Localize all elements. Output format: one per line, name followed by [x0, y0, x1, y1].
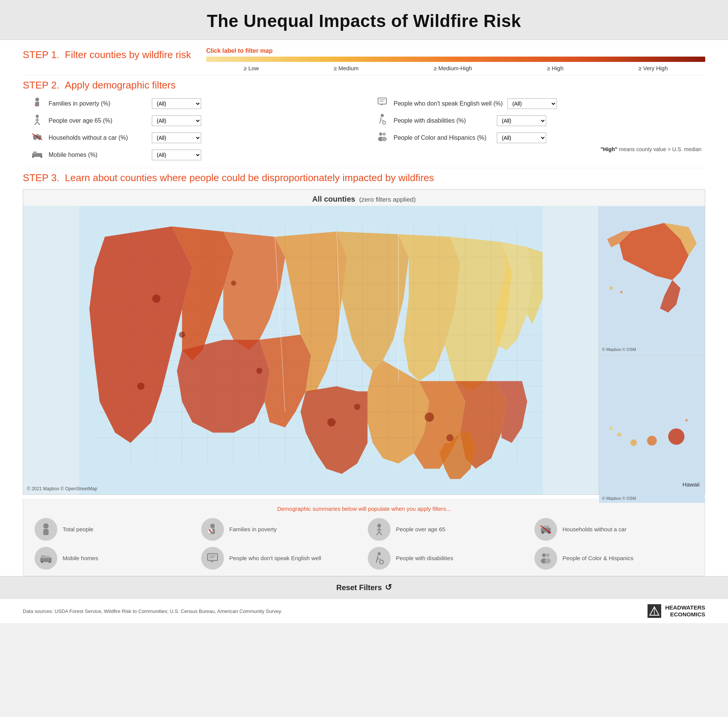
english-select[interactable]: (All)HighLow: [507, 98, 557, 109]
disability-select[interactable]: (All)HighLow: [497, 115, 546, 126]
demo-populate-msg: Demographic summaries below will populat…: [35, 505, 693, 512]
demo-item-total: Total people: [35, 518, 194, 541]
car-demo-icon: [534, 518, 557, 541]
age65-demo-icon: [368, 518, 391, 541]
alaska-credit: © Mapbox © OSM: [602, 347, 636, 352]
english-label: People who don't speak English well (%): [394, 100, 503, 107]
risk-label-high[interactable]: ≥ High: [547, 65, 563, 71]
svg-rect-19: [378, 98, 386, 104]
demo-label-total: Total people: [63, 526, 93, 533]
filter-row-disability: People with disabilities (%) (All)HighLo…: [375, 114, 705, 128]
svg-point-104: [377, 524, 381, 527]
risk-labels: ≥ Low ≥ Medium ≥ Medium-High ≥ High ≥ Ve…: [206, 65, 705, 71]
headwaters-logo-text: HEADWATERS ECONOMICS: [665, 604, 705, 618]
step1-filter-area: Click label to filter map ≥ Low ≥ Medium…: [191, 47, 705, 71]
filter-row-poverty: $ Families in poverty (%) (All)HighLow: [30, 96, 360, 111]
svg-point-125: [542, 553, 546, 557]
svg-point-124: [380, 560, 383, 564]
risk-label-very-high[interactable]: ≥ Very High: [638, 65, 668, 71]
disability-demo-icon: [368, 547, 391, 570]
svg-point-54: [327, 418, 336, 426]
map-title: All counties (zero filters applied): [23, 190, 705, 206]
footer: Data sources: USDA Forest Service, Wildf…: [0, 599, 728, 623]
step3-section: STEP 3. Learn about counties where peopl…: [23, 172, 705, 576]
svg-point-126: [546, 553, 550, 557]
demo-icons-grid: Total people $ Families in poverty: [35, 518, 693, 570]
svg-point-26: [383, 133, 386, 136]
svg-point-117: [41, 561, 43, 563]
risk-label-medium-high[interactable]: ≥ Medium-High: [433, 65, 472, 71]
mobile-demo-icon: [35, 547, 57, 570]
svg-rect-119: [208, 554, 217, 561]
car-icon: [30, 131, 44, 145]
svg-point-0: [35, 98, 39, 101]
poverty-select[interactable]: (All)HighLow: [152, 98, 201, 109]
svg-rect-98: [43, 529, 49, 535]
demo-label-age65: People over age 65: [396, 526, 445, 533]
svg-point-24: [383, 121, 386, 124]
total-people-icon: [35, 518, 57, 541]
svg-point-23: [381, 114, 384, 117]
svg-point-123: [378, 552, 381, 555]
reset-filters-button[interactable]: Reset Filters ↺: [336, 583, 392, 592]
hawaii-label: Hawaii: [682, 481, 700, 488]
svg-point-18: [41, 156, 43, 158]
car-select[interactable]: (All)HighLow: [152, 133, 201, 143]
age65-select[interactable]: (All)HighLow: [152, 115, 201, 126]
svg-point-52: [425, 412, 434, 422]
filter-row-poc: People of Color and Hispanics (%) (All)H…: [375, 131, 705, 145]
demo-label-poc: People of Color & Hispanics: [563, 554, 633, 562]
poc-select[interactable]: (All)HighLow: [497, 133, 546, 143]
risk-gradient-bar: [206, 57, 705, 62]
svg-rect-115: [41, 555, 46, 558]
svg-rect-16: [33, 152, 37, 154]
svg-point-17: [32, 156, 34, 158]
age65-icon: [30, 114, 44, 128]
filters-left: $ Families in poverty (%) (All)HighLow P…: [30, 96, 360, 162]
map-main[interactable]: © 2021 Mapbox © OpenStreetMap: [23, 206, 599, 494]
reset-bar: Reset Filters ↺: [0, 576, 728, 599]
svg-point-9: [34, 138, 36, 140]
svg-marker-122: [210, 561, 213, 563]
svg-point-96: [685, 419, 687, 422]
svg-point-99: [210, 524, 215, 528]
demo-item-poverty: $ Families in poverty: [201, 518, 360, 541]
map-insets: © Mapbox © OSM: [599, 206, 705, 494]
demo-label-car: Households without a car: [563, 526, 626, 533]
svg-rect-116: [46, 556, 49, 558]
svg-point-92: [647, 436, 657, 446]
step2-section: STEP 2. Apply demographic filters $ Fami…: [23, 79, 705, 162]
svg-point-95: [610, 427, 613, 430]
demo-label-english: People who don't speak English well: [229, 554, 321, 562]
mobile-select[interactable]: (All)HighLow: [152, 150, 201, 160]
svg-point-87: [610, 286, 613, 290]
step1-label: STEP 1. Filter counties by wildfire risk: [23, 47, 191, 61]
filters-grid: $ Families in poverty (%) (All)HighLow P…: [23, 96, 705, 162]
risk-label-low[interactable]: ≥ Low: [244, 65, 259, 71]
filter-row-age65: People over age 65 (%) (All)HighLow: [30, 114, 360, 128]
alaska-inset: © Mapbox © OSM: [599, 206, 705, 354]
svg-line-6: [37, 122, 40, 125]
english-icon: [375, 96, 389, 111]
svg-point-88: [620, 291, 622, 293]
svg-point-28: [381, 137, 387, 141]
step1-row: STEP 1. Filter counties by wildfire risk…: [23, 47, 705, 71]
click-label: Click label to filter map: [206, 47, 705, 54]
poc-demo-icon: [534, 547, 557, 570]
hawaii-inset: Hawaii © Mapbox © OSM: [599, 354, 705, 502]
svg-point-128: [545, 558, 551, 564]
us-map-svg: [23, 206, 599, 494]
demo-item-car: Households without a car: [534, 518, 693, 541]
demo-item-age65: People over age 65: [368, 518, 527, 541]
svg-point-94: [617, 433, 621, 437]
risk-label-medium[interactable]: ≥ Medium: [334, 65, 359, 71]
poverty-label: Families in poverty (%): [49, 100, 147, 107]
hawaii-svg: [599, 354, 705, 502]
svg-line-5: [35, 122, 37, 125]
demo-summary: Demographic summaries below will populat…: [23, 499, 705, 576]
map-section: All counties (zero filters applied): [23, 189, 705, 495]
car-label: Households without a car (%): [49, 134, 147, 141]
demo-item-disability: People with disabilities: [368, 547, 527, 570]
disability-icon: [375, 114, 389, 128]
svg-marker-22: [380, 104, 383, 106]
